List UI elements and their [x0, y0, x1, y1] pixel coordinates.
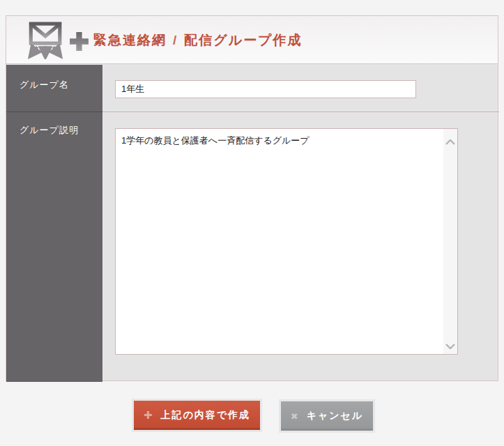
- textarea-scrollbar[interactable]: [443, 129, 457, 354]
- row-divider: [102, 112, 499, 112]
- panel-header: 緊急連絡網 / 配信グループ作成: [6, 16, 498, 64]
- scroll-up-icon[interactable]: [445, 135, 455, 141]
- breadcrumb-page: 配信グループ作成: [184, 31, 302, 49]
- breadcrumb-separator: /: [173, 33, 178, 48]
- group-description-wrap: 1学年の教員と保護者へ一斉配信するグループ: [115, 128, 458, 355]
- group-description-label: グループ説明: [6, 112, 102, 382]
- breadcrumb-section: 緊急連絡網: [93, 31, 167, 49]
- x-icon: ✖: [291, 411, 300, 422]
- group-name-label: グループ名: [6, 65, 102, 112]
- create-button-label: 上記の内容で作成: [160, 409, 250, 422]
- create-button-frame: ✚ 上記の内容で作成: [132, 399, 262, 432]
- cancel-button-label: キャンセル: [307, 410, 364, 422]
- scroll-down-icon[interactable]: [445, 339, 455, 345]
- cancel-button[interactable]: ✖ キャンセル: [281, 401, 373, 431]
- create-button[interactable]: ✚ 上記の内容で作成: [134, 401, 260, 430]
- plus-icon: [68, 31, 90, 55]
- plus-icon: ✚: [144, 409, 154, 422]
- create-group-panel: 緊急連絡網 / 配信グループ作成 グループ名 グループ説明 1学年の教員と保護者…: [6, 15, 498, 381]
- page-title: 緊急連絡網 / 配信グループ作成: [93, 16, 303, 64]
- mail-broadcast-icon: [26, 22, 63, 62]
- cancel-button-frame: ✖ キャンセル: [279, 399, 375, 433]
- group-name-input[interactable]: [115, 80, 416, 98]
- group-description-textarea[interactable]: 1学年の教員と保護者へ一斉配信するグループ: [115, 128, 458, 355]
